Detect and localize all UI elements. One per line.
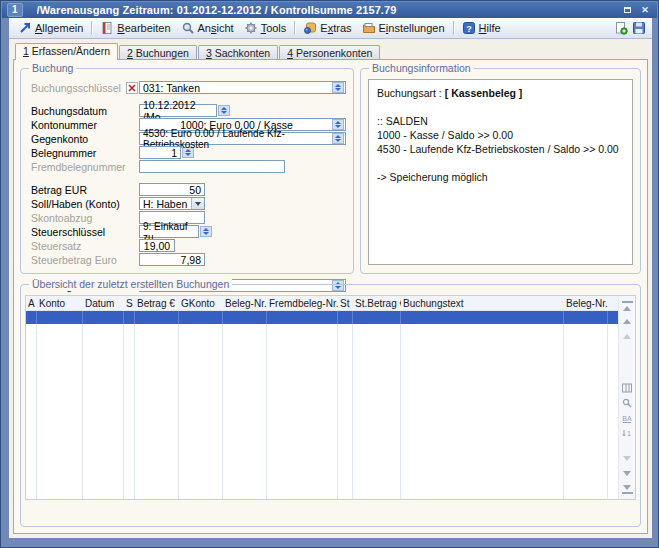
- field-label: Steuerschlüssel: [31, 226, 126, 238]
- field-row-buchungsdatum: Buchungsdatum 10.12.2012 /Mo: [31, 104, 346, 117]
- menu-separator: [91, 21, 92, 35]
- steuerschluessel-spinner[interactable]: [200, 226, 212, 237]
- salden-header: :: SALDEN: [377, 114, 624, 128]
- buchungsart-value: [ Kassenbeleg ]: [445, 87, 523, 99]
- menu-item-ansicht[interactable]: Ansicht: [176, 20, 239, 36]
- booking-info-box: Buchungsart : [ Kassenbeleg ] :: SALDEN …: [368, 79, 633, 265]
- kontonummer-spinner[interactable]: [332, 119, 344, 130]
- group-buchung: Buchung Buchungsschlüssel 031: Tanken: [20, 68, 354, 274]
- column-header[interactable]: Konto: [37, 298, 83, 309]
- field-label: Buchungsdatum: [31, 105, 126, 117]
- restore-icon: [624, 7, 631, 13]
- grid-body-empty[interactable]: [26, 324, 618, 499]
- saldo-line-4530: 4530 - Laufende Kfz-Betriebskosten / Sal…: [377, 142, 624, 156]
- menu-item-tools[interactable]: Tools: [239, 20, 292, 36]
- menu-item-allgemein[interactable]: Allgemein: [13, 20, 88, 36]
- grid-goto-first-icon[interactable]: [622, 301, 633, 312]
- tab-buchungen[interactable]: 2 Buchungen: [119, 45, 197, 60]
- column-header[interactable]: S: [124, 298, 135, 309]
- column-header[interactable]: Buchungstext: [401, 298, 564, 309]
- group-buchung-legend: Buchung: [29, 62, 76, 75]
- steuerbetrag-input[interactable]: 7,98: [139, 253, 205, 266]
- field-label: Steuersatz: [31, 240, 126, 252]
- edit-page-icon: [100, 21, 114, 35]
- clear-buchungsschluessel-button[interactable]: [126, 82, 138, 94]
- tab-sachkonten[interactable]: 3 Sachkonten: [198, 45, 278, 60]
- field-label: Kontonummer: [31, 119, 126, 131]
- grid-row-up-icon[interactable]: [622, 331, 633, 342]
- app-window: 1 /Warenausgang Zeitraum: 01.2012-12.201…: [0, 0, 659, 548]
- grid-row-down-icon[interactable]: [622, 453, 633, 464]
- gear-icon: [244, 21, 258, 35]
- grid-page-up-icon[interactable]: [622, 316, 633, 327]
- field-row-buchungsschluessel: Buchungsschlüssel 031: Tanken: [31, 81, 346, 94]
- gegenkonto-combobox[interactable]: 4530: Euro 0.00 / Laufende Kfz-Betriebsk…: [139, 132, 346, 145]
- red-x-icon: [128, 84, 136, 92]
- field-label: Buchungsschlüssel: [31, 82, 126, 94]
- belegnummer-input[interactable]: 1: [139, 146, 181, 159]
- group-uebersicht: Übersicht der zuletzt erstellten Buchung…: [20, 284, 641, 527]
- column-header[interactable]: GKonto: [179, 298, 223, 309]
- betrag-input[interactable]: 50: [139, 183, 205, 196]
- svg-text:1: 1: [627, 430, 631, 437]
- grid-goto-last-icon[interactable]: [622, 483, 633, 494]
- field-label: Betrag EUR: [31, 184, 126, 196]
- field-row-sollhaben: Soll/Haben (Konto) H: Haben: [31, 197, 346, 210]
- column-header[interactable]: Betrag €: [135, 298, 179, 309]
- restore-window-button[interactable]: [620, 4, 634, 16]
- grid-sort-icon[interactable]: 1: [622, 427, 633, 438]
- column-header[interactable]: St: [338, 298, 353, 309]
- sollhaben-dropdown[interactable]: H: Haben: [139, 197, 205, 210]
- buchungsschluessel-spinner[interactable]: [332, 82, 344, 93]
- menu-label: Bearbeiten: [117, 22, 170, 34]
- tab-personenkonten[interactable]: 4 Personenkonten: [279, 45, 380, 60]
- field-row-steuerschluessel: Steuerschlüssel 9: Einkauf zu: [31, 225, 346, 238]
- close-window-button[interactable]: ✕: [638, 4, 652, 16]
- column-header[interactable]: Fremdbeleg-Nr.: [267, 298, 338, 309]
- field-row-betrag: Betrag EUR 50: [31, 183, 346, 196]
- column-header[interactable]: St.Betrag €: [353, 298, 401, 309]
- field-label: Steuerbetrag Euro: [31, 254, 126, 266]
- selected-empty-row[interactable]: [26, 311, 618, 324]
- column-header[interactable]: Beleg-Nr.2: [564, 298, 608, 309]
- tab-erfassen-aendern[interactable]: 1 Erfassen/Ändern: [15, 43, 118, 60]
- steuersatz-input[interactable]: 19,00: [139, 239, 175, 252]
- new-document-button[interactable]: [612, 20, 630, 37]
- save-disk-icon: [632, 21, 646, 35]
- menu-item-extras[interactable]: Extras: [298, 20, 356, 36]
- save-button[interactable]: [630, 20, 648, 37]
- grid-search-icon[interactable]: [622, 397, 633, 408]
- bookings-grid: A Konto Datum S Betrag € GKonto Beleg-Nr…: [25, 295, 636, 500]
- menu-item-hilfe[interactable]: ? Hilfe: [457, 20, 506, 36]
- menu-label: Extras: [320, 22, 351, 34]
- grid-bookmark-icon[interactable]: BA: [622, 412, 633, 423]
- magnifier-icon: [181, 21, 195, 35]
- grid-columns-icon[interactable]: [622, 382, 633, 393]
- extras-gem-icon: [303, 21, 317, 35]
- field-row-fremdbelegnummer: Fremdbelegnummer: [31, 160, 346, 173]
- chevron-down-icon[interactable]: [191, 198, 204, 209]
- gegenkonto-spinner[interactable]: [332, 133, 344, 144]
- fremdbelegnummer-input[interactable]: [139, 160, 285, 173]
- buchungsschluessel-combobox[interactable]: 031: Tanken: [139, 81, 346, 94]
- column-header[interactable]: Datum: [83, 298, 124, 309]
- steuerschluessel-combobox[interactable]: 9: Einkauf zu: [139, 225, 199, 238]
- menu-label: Allgemein: [35, 22, 83, 34]
- menu-separator: [294, 21, 295, 35]
- buchungsdatum-spinner[interactable]: [218, 105, 230, 116]
- grid-page-down-icon[interactable]: [622, 468, 633, 479]
- menu-bar: Allgemein Bearbeiten Ansicht Tools: [9, 18, 652, 39]
- content-area: 1 Erfassen/Ändern 2 Buchungen 3 Sachkont…: [9, 39, 652, 538]
- menu-item-bearbeiten[interactable]: Bearbeiten: [95, 20, 175, 36]
- column-header[interactable]: Beleg-Nr.: [223, 298, 267, 309]
- title-bar: 1 /Warenausgang Zeitraum: 01.2012-12.201…: [2, 2, 657, 18]
- menu-item-einstellungen[interactable]: Einstellungen: [357, 20, 450, 36]
- tab-panel: Buchung Buchungsschlüssel 031: Tanken: [13, 59, 648, 534]
- help-icon: ?: [462, 21, 476, 35]
- column-header[interactable]: A: [26, 298, 37, 309]
- buchungsdatum-input[interactable]: 10.12.2012 /Mo: [139, 104, 217, 117]
- window-title: /Warenausgang Zeitraum: 01.2012-12.2012 …: [37, 4, 616, 16]
- field-row-gegenkonto: Gegenkonto 4530: Euro 0.00 / Laufende Kf…: [31, 132, 346, 145]
- svg-text:BA: BA: [622, 415, 632, 422]
- group-info-legend: Buchungsinformation: [369, 62, 474, 75]
